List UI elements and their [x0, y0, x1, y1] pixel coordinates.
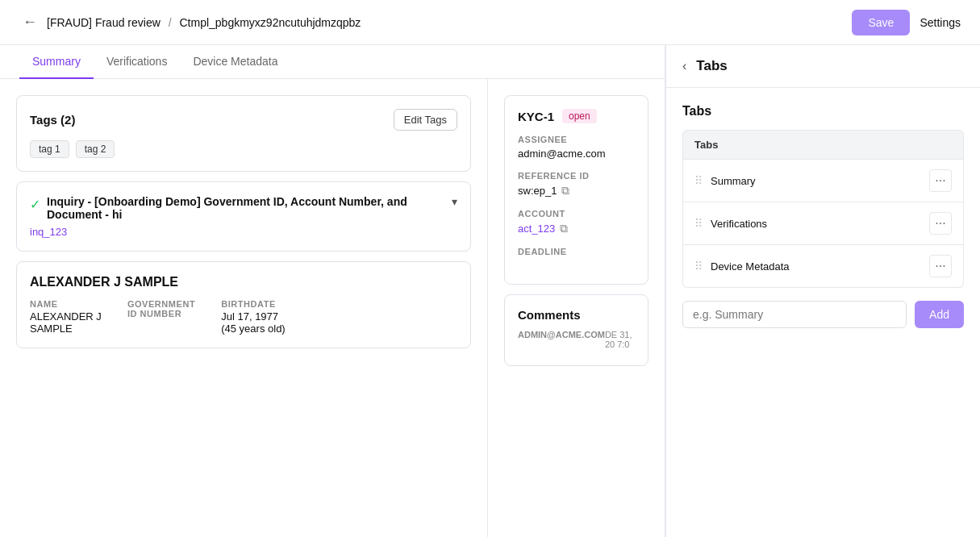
- content-scroll: Tags (2) Edit Tags tag 1 tag 2 ✓ Inquiry…: [0, 79, 487, 537]
- tab-list-item-summary: ⠿ Summary ···: [683, 160, 963, 202]
- add-tab-input[interactable]: [682, 301, 907, 328]
- main-layout: Summary Verifications Device Metadata Ta…: [0, 45, 980, 537]
- right-panel: ‹ Tabs Tabs Tabs ⠿ Summary ··· ⠿ Verific…: [665, 45, 980, 537]
- right-panel-title: Tabs: [696, 58, 727, 74]
- account-link[interactable]: act_123: [518, 223, 555, 235]
- tabs-list: ⠿ Summary ··· ⠿ Verifications ··· ⠿ Devi…: [682, 160, 964, 288]
- more-button-summary[interactable]: ···: [929, 169, 952, 192]
- field-value-name: ALEXANDER JSAMPLE: [30, 310, 102, 335]
- tab-nav-summary[interactable]: Summary: [19, 45, 94, 79]
- tab-list-item-device-metadata: ⠿ Device Metadata ···: [683, 245, 963, 287]
- comments-title: Comments: [518, 308, 635, 322]
- kyc-card: KYC-1 open ASSIGNEE admin@acme.com REFER…: [504, 95, 648, 285]
- tab-list-label-summary: Summary: [711, 175, 921, 187]
- assignee-label: ASSIGNEE: [518, 135, 635, 144]
- breadcrumb-template: Ctmpl_pbgkmyxz92ncutuhjdmzqpbz: [179, 16, 361, 29]
- person-card: ALEXANDER J SAMPLE NAME ALEXANDER JSAMPL…: [16, 261, 471, 348]
- status-badge: open: [562, 109, 597, 123]
- account-value: act_123 ⧉: [518, 222, 635, 235]
- inquiry-title: Inquiry - [Onboarding Demo] Government I…: [47, 195, 445, 221]
- comments-card: Comments ADMIN@ACME.COM DE 31, 20 7:0: [504, 294, 648, 366]
- assignee-value: admin@acme.com: [518, 148, 635, 160]
- reference-label: REFERENCE ID: [518, 171, 635, 181]
- copy-reference-icon[interactable]: ⧉: [561, 184, 569, 198]
- header-right: Save Settings: [852, 10, 961, 35]
- breadcrumb: [FRAUD] Fraud review / Ctmpl_pbgkmyxz92n…: [47, 16, 361, 29]
- field-group-gov-id: GOVERNMENTID NUMBER: [127, 299, 195, 335]
- comment-date: DE 31, 20 7:0: [605, 330, 635, 349]
- tag-chip-2: tag 2: [76, 140, 115, 158]
- inquiry-id-link[interactable]: inq_123: [30, 226, 457, 238]
- field-label-name: NAME: [30, 299, 102, 309]
- drag-handle-device-metadata[interactable]: ⠿: [694, 260, 703, 273]
- drag-handle-summary[interactable]: ⠿: [694, 174, 703, 187]
- left-panel: Summary Verifications Device Metadata Ta…: [0, 45, 665, 537]
- field-label-birthdate: BIRTHDATE: [221, 299, 285, 309]
- comment-row: ADMIN@ACME.COM DE 31, 20 7:0: [518, 330, 635, 349]
- person-fields: NAME ALEXANDER JSAMPLE GOVERNMENTID NUMB…: [30, 299, 457, 335]
- edit-tags-button[interactable]: Edit Tags: [394, 109, 457, 131]
- tags-title: Tags (2): [30, 113, 75, 127]
- right-section-title: Tabs: [682, 104, 964, 119]
- assignee-row: ASSIGNEE admin@acme.com: [518, 135, 635, 160]
- tabs-nav: Summary Verifications Device Metadata: [0, 45, 665, 79]
- add-tab-button[interactable]: Add: [915, 301, 964, 328]
- deadline-row: DEADLINE: [518, 247, 635, 260]
- settings-button[interactable]: Settings: [920, 16, 961, 29]
- header: ← [FRAUD] Fraud review / Ctmpl_pbgkmyxz9…: [0, 0, 980, 45]
- copy-account-icon[interactable]: ⧉: [560, 222, 568, 235]
- tags-header: Tags (2) Edit Tags: [30, 109, 457, 131]
- field-group-birthdate: BIRTHDATE Jul 17, 1977(45 years old): [221, 299, 285, 335]
- tab-nav-verifications[interactable]: Verifications: [94, 45, 180, 79]
- add-tab-row: Add: [682, 301, 964, 328]
- save-button[interactable]: Save: [852, 10, 910, 35]
- right-panel-header: ‹ Tabs: [666, 45, 980, 88]
- tab-list-label-verifications: Verifications: [711, 218, 921, 230]
- tab-nav-device-metadata[interactable]: Device Metadata: [180, 45, 290, 79]
- more-button-device-metadata[interactable]: ···: [929, 255, 952, 277]
- header-left: ← [FRAUD] Fraud review / Ctmpl_pbgkmyxz9…: [19, 10, 361, 34]
- reference-value: sw:ep_1 ⧉: [518, 184, 635, 198]
- comment-author: ADMIN@ACME.COM: [518, 330, 605, 339]
- chevron-down-icon[interactable]: ▾: [452, 195, 457, 208]
- right-panel-body: Tabs Tabs ⠿ Summary ··· ⠿ Verifications …: [666, 88, 980, 537]
- reference-row: REFERENCE ID sw:ep_1 ⧉: [518, 171, 635, 198]
- account-row: ACCOUNT act_123 ⧉: [518, 209, 635, 235]
- more-button-verifications[interactable]: ···: [929, 212, 952, 235]
- person-name: ALEXANDER J SAMPLE: [30, 275, 457, 289]
- inquiry-card: ✓ Inquiry - [Onboarding Demo] Government…: [16, 181, 471, 252]
- content-area: Tags (2) Edit Tags tag 1 tag 2 ✓ Inquiry…: [0, 79, 665, 537]
- right-scroll: KYC-1 open ASSIGNEE admin@acme.com REFER…: [487, 79, 665, 537]
- inquiry-header: ✓ Inquiry - [Onboarding Demo] Government…: [30, 195, 457, 221]
- field-value-birthdate: Jul 17, 1977(45 years old): [221, 310, 285, 335]
- check-icon: ✓: [30, 197, 40, 212]
- breadcrumb-separator: /: [169, 16, 172, 29]
- tag-chip-1: tag 1: [30, 140, 69, 158]
- back-button[interactable]: ←: [19, 10, 40, 34]
- drag-handle-verifications[interactable]: ⠿: [694, 217, 703, 230]
- kyc-header: KYC-1 open: [518, 109, 635, 123]
- tabs-group-header: Tabs: [682, 130, 964, 160]
- breadcrumb-link[interactable]: [FRAUD] Fraud review: [47, 16, 161, 29]
- collapse-button[interactable]: ‹: [682, 59, 686, 73]
- tab-list-item-verifications: ⠿ Verifications ···: [683, 202, 963, 245]
- deadline-label: DEADLINE: [518, 247, 635, 256]
- tags-card: Tags (2) Edit Tags tag 1 tag 2: [16, 95, 471, 172]
- kyc-title: KYC-1: [518, 110, 554, 123]
- tab-list-label-device-metadata: Device Metadata: [711, 260, 921, 273]
- field-label-gov-id: GOVERNMENTID NUMBER: [127, 299, 195, 318]
- account-label: ACCOUNT: [518, 209, 635, 219]
- field-group-name: NAME ALEXANDER JSAMPLE: [30, 299, 102, 335]
- tags-list: tag 1 tag 2: [30, 140, 457, 158]
